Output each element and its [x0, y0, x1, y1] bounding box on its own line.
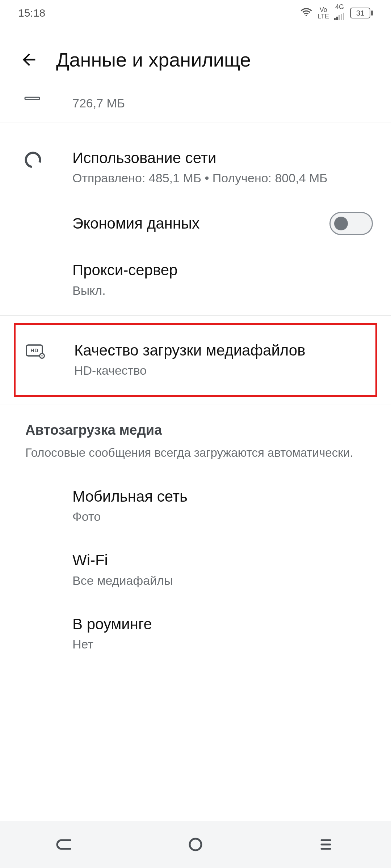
- storage-icon: [24, 94, 41, 103]
- media-quality-title: Качество загрузки медиафайлов: [74, 341, 357, 361]
- autodownload-wifi-title: Wi-Fi: [72, 550, 373, 570]
- proxy-row[interactable]: Прокси-сервер Выкл.: [0, 248, 391, 311]
- autodownload-wifi-row[interactable]: Wi-Fi Все медиафайлы: [0, 538, 391, 601]
- svg-rect-0: [334, 18, 336, 20]
- network-usage-title: Использование сети: [72, 148, 373, 168]
- svg-rect-1: [336, 17, 338, 20]
- system-nav-bar: [0, 821, 391, 868]
- network-usage-icon: [24, 150, 42, 171]
- svg-point-10: [41, 355, 43, 357]
- nav-recent-button[interactable]: [304, 834, 348, 855]
- wifi-icon: [300, 7, 312, 20]
- nav-back-button[interactable]: [43, 834, 87, 855]
- autodownload-mobile-title: Мобильная сеть: [72, 487, 373, 507]
- media-quality-sub: HD-качество: [74, 362, 357, 379]
- autodownload-roaming-row[interactable]: В роуминге Нет: [0, 602, 391, 665]
- battery-indicator: 31: [350, 8, 373, 18]
- storage-row-partial[interactable]: 726,7 МБ: [0, 93, 391, 123]
- data-saver-row[interactable]: Экономия данных: [0, 199, 391, 248]
- proxy-sub: Выкл.: [72, 282, 373, 299]
- autodownload-section-title: Автозагрузка медиа: [25, 422, 373, 438]
- battery-percent: 31: [356, 9, 364, 17]
- proxy-title: Прокси-сервер: [72, 260, 373, 280]
- network-4g-label: 4G: [335, 4, 344, 10]
- media-quality-row[interactable]: HD Качество загрузки медиафайлов HD-каче…: [16, 325, 375, 395]
- storage-size: 726,7 МБ: [72, 95, 373, 112]
- svg-rect-2: [339, 15, 340, 20]
- volte-indicator: Vo LTE: [318, 7, 329, 20]
- status-time: 15:18: [18, 7, 45, 19]
- autodownload-roaming-title: В роуминге: [72, 614, 373, 634]
- app-header: Данные и хранилище: [0, 26, 391, 93]
- status-bar: 15:18 Vo LTE 4G 31: [0, 0, 391, 26]
- svg-rect-3: [341, 14, 342, 20]
- autodownload-roaming-sub: Нет: [72, 636, 373, 653]
- back-button[interactable]: [14, 45, 43, 74]
- signal-icon: [334, 10, 345, 22]
- autodownload-section-header: Автозагрузка медиа Голосовые сообщения в…: [0, 404, 391, 474]
- media-quality-highlight: HD Качество загрузки медиафайлов HD-каче…: [14, 323, 377, 397]
- page-title: Данные и хранилище: [56, 48, 251, 71]
- autodownload-mobile-row[interactable]: Мобильная сеть Фото: [0, 474, 391, 538]
- svg-rect-5: [25, 97, 39, 99]
- data-saver-title: Экономия данных: [72, 214, 329, 234]
- network-usage-sub: Отправлено: 485,1 МБ • Получено: 800,4 М…: [72, 170, 373, 187]
- svg-point-11: [190, 839, 201, 850]
- svg-text:HD: HD: [30, 347, 38, 353]
- autodownload-wifi-sub: Все медиафайлы: [72, 573, 373, 589]
- svg-rect-4: [343, 13, 344, 20]
- autodownload-section-desc: Голосовые сообщения всегда загружаются а…: [25, 444, 373, 470]
- nav-home-button[interactable]: [174, 834, 217, 855]
- autodownload-mobile-sub: Фото: [72, 509, 373, 525]
- data-saver-toggle[interactable]: [329, 212, 373, 235]
- hd-icon: HD: [25, 343, 46, 360]
- network-usage-row[interactable]: Использование сети Отправлено: 485,1 МБ …: [0, 136, 391, 199]
- svg-point-6: [25, 152, 41, 168]
